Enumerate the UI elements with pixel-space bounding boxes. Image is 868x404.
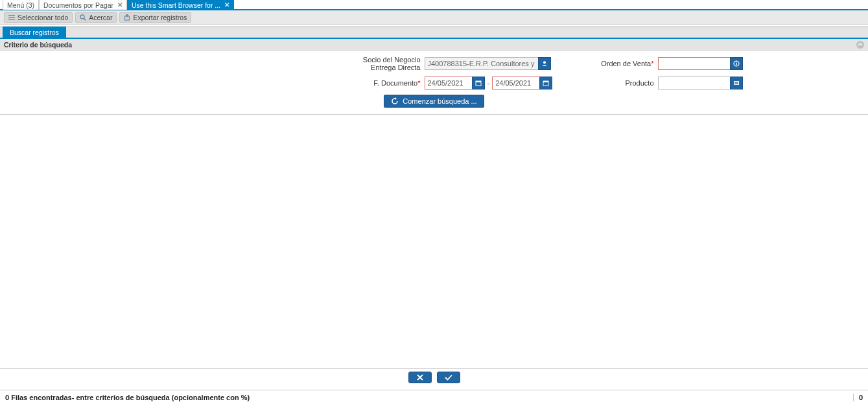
close-icon[interactable]: ✕ [117, 1, 123, 8]
select-all-label: Seleccionar todo [18, 14, 68, 21]
tab-documentos-por-pagar[interactable]: Documentos por Pagar ✕ [39, 0, 127, 10]
select-all-button[interactable]: Seleccionar todo [4, 12, 73, 23]
required-marker: * [417, 79, 420, 87]
svg-rect-13 [543, 81, 548, 82]
criteria-title: Criterio de búsqueda [4, 41, 72, 49]
bpartner-lookup-button[interactable] [538, 57, 551, 70]
svg-point-6 [543, 61, 546, 64]
product-input[interactable] [658, 77, 731, 89]
check-icon [444, 374, 453, 381]
field-doc-date: - [425, 77, 554, 89]
criteria-header: Criterio de búsqueda [0, 39, 868, 51]
ok-button[interactable] [437, 372, 460, 383]
search-criteria-form: Socio del Negocio Entrega Directa Orden … [0, 51, 868, 115]
status-bar: 0 Filas encontradas- entre criterios de … [0, 390, 868, 404]
info-icon [733, 60, 740, 67]
label-sales-order-text: Orden de Venta [601, 60, 651, 67]
export-icon [124, 14, 130, 21]
close-icon[interactable]: ✕ [224, 1, 229, 8]
start-search-label: Comenzar búsqueda ... [403, 97, 476, 105]
sub-tabs: Buscar registros [0, 26, 868, 39]
tab-buscar-registros[interactable]: Buscar registros [3, 27, 66, 38]
label-product: Producto [554, 79, 658, 87]
tab-menu[interactable]: Menú (3) [3, 0, 39, 10]
export-label: Exportar registros [133, 14, 187, 21]
label-doc-date-text: F. Documento [373, 79, 417, 87]
bpartner-input[interactable] [425, 57, 539, 70]
sales-order-input[interactable] [658, 57, 731, 70]
zoom-icon [80, 14, 86, 21]
label-product-text: Producto [625, 79, 653, 87]
date-from-picker-button[interactable] [472, 77, 485, 89]
svg-rect-9 [736, 62, 736, 62]
start-search-button[interactable]: Comenzar búsqueda ... [384, 95, 484, 108]
svg-line-4 [84, 18, 86, 20]
zoom-label: Acercar [89, 14, 112, 21]
x-icon [416, 374, 424, 381]
collapse-icon[interactable] [856, 41, 864, 49]
toolbar: Seleccionar todo Acercar Exportar regist… [0, 10, 868, 25]
svg-rect-1 [8, 17, 15, 18]
refresh-icon [391, 97, 399, 105]
list-icon [8, 14, 15, 21]
zoom-button[interactable]: Acercar [75, 12, 117, 23]
svg-point-3 [80, 15, 84, 19]
tab-smart-browser[interactable]: Use this Smart Browser for ... ✕ [127, 0, 234, 10]
tab-documentos-label: Documentos por Pagar [43, 1, 113, 9]
label-bpartner: Socio del Negocio Entrega Directa [133, 56, 425, 71]
svg-rect-11 [476, 81, 481, 82]
svg-rect-8 [736, 63, 736, 65]
export-button[interactable]: Exportar registros [119, 12, 191, 23]
calendar-icon [475, 80, 482, 86]
tab-smart-browser-label: Use this Smart Browser for ... [132, 1, 220, 9]
label-doc-date: F. Documento* [133, 79, 425, 87]
field-product [658, 77, 788, 89]
tab-menu-label: Menú (3) [7, 1, 34, 9]
doc-date-to-input[interactable] [492, 77, 540, 89]
sales-order-lookup-button[interactable] [730, 57, 743, 70]
product-lookup-button[interactable] [730, 77, 743, 89]
subtab-label: Buscar registros [10, 29, 59, 36]
status-message: 0 Filas encontradas- entre criterios de … [5, 394, 250, 401]
date-to-picker-button[interactable] [539, 77, 552, 89]
label-bpartner-text: Socio del Negocio Entrega Directa [356, 56, 421, 71]
product-icon [733, 80, 740, 86]
label-sales-order: Orden de Venta* [554, 60, 658, 67]
field-bpartner [425, 57, 554, 70]
calendar-icon [543, 80, 549, 86]
person-icon [541, 60, 548, 67]
bottom-action-bar [0, 368, 868, 386]
date-range-separator: - [487, 79, 490, 87]
svg-rect-0 [8, 15, 15, 16]
main-tabs: Menú (3) Documentos por Pagar ✕ Use this… [0, 0, 868, 10]
status-count: 0 [853, 394, 863, 401]
field-sales-order [658, 57, 788, 70]
svg-rect-2 [8, 19, 15, 19]
doc-date-from-input[interactable] [425, 77, 473, 89]
required-marker: * [651, 60, 653, 67]
cancel-button[interactable] [408, 372, 432, 383]
